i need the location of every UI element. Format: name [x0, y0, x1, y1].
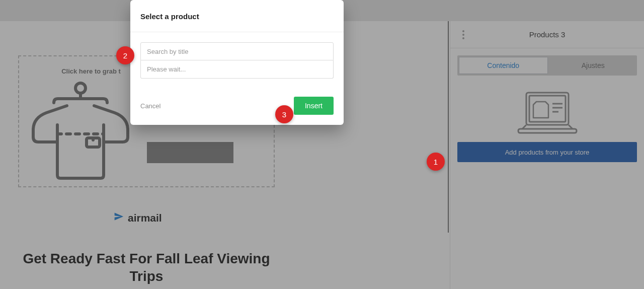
modal-header: Select a product — [130, 0, 344, 32]
modal-footer: Cancel Insert — [130, 82, 344, 125]
cancel-button[interactable]: Cancel — [140, 102, 160, 110]
results-loading-input[interactable] — [140, 60, 334, 79]
select-product-modal: Select a product Cancel Insert — [130, 0, 344, 125]
step-badge-3: 3 — [275, 105, 293, 123]
step-badge-2: 2 — [116, 46, 134, 64]
search-input[interactable] — [140, 42, 334, 60]
step-badge-1: 1 — [427, 153, 445, 171]
modal-body — [130, 32, 344, 82]
app-stage: Click here to grab t — [0, 0, 644, 289]
modal-title: Select a product — [140, 12, 334, 21]
insert-button[interactable]: Insert — [294, 97, 334, 115]
